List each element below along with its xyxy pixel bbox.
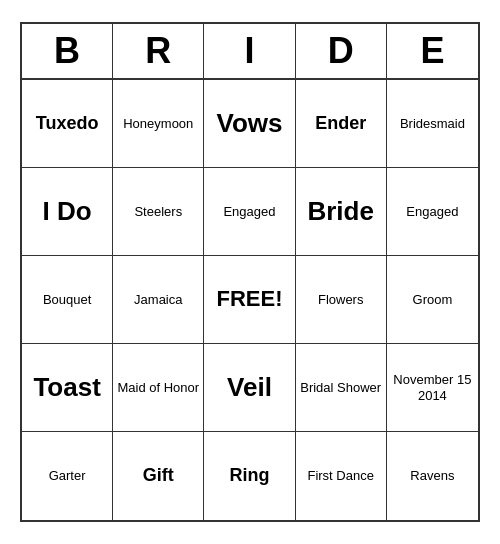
cell-9: Engaged [387,168,478,256]
cell-text-5: I Do [43,196,92,227]
cell-text-4: Bridesmaid [400,116,465,132]
cell-0: Tuxedo [22,80,113,168]
cell-text-16: Maid of Honor [117,380,199,396]
header-letter-D: D [296,24,387,78]
cell-16: Maid of Honor [113,344,204,432]
cell-text-20: Garter [49,468,86,484]
cell-text-14: Groom [413,292,453,308]
cell-21: Gift [113,432,204,520]
cell-20: Garter [22,432,113,520]
cell-14: Groom [387,256,478,344]
cell-4: Bridesmaid [387,80,478,168]
cell-text-15: Toast [33,372,100,403]
cell-8: Bride [296,168,387,256]
cell-text-21: Gift [143,465,174,487]
cell-text-23: First Dance [307,468,373,484]
cell-1: Honeymoon [113,80,204,168]
cell-11: Jamaica [113,256,204,344]
cell-text-19: November 15 2014 [391,372,474,403]
cell-23: First Dance [296,432,387,520]
cell-5: I Do [22,168,113,256]
cell-text-17: Veil [227,372,272,403]
header-letter-R: R [113,24,204,78]
cell-7: Engaged [204,168,295,256]
cell-17: Veil [204,344,295,432]
cell-22: Ring [204,432,295,520]
cell-text-0: Tuxedo [36,113,99,135]
cell-text-12: FREE! [216,286,282,312]
bingo-card: BRIDE TuxedoHoneymoonVowsEnderBridesmaid… [20,22,480,522]
cell-24: Ravens [387,432,478,520]
header-letter-I: I [204,24,295,78]
cell-text-9: Engaged [406,204,458,220]
cell-13: Flowers [296,256,387,344]
header-letter-B: B [22,24,113,78]
bingo-grid: TuxedoHoneymoonVowsEnderBridesmaidI DoSt… [22,80,478,520]
cell-text-6: Steelers [134,204,182,220]
cell-text-8: Bride [307,196,373,227]
cell-text-24: Ravens [410,468,454,484]
cell-text-13: Flowers [318,292,364,308]
cell-text-11: Jamaica [134,292,182,308]
header-letter-E: E [387,24,478,78]
bingo-header: BRIDE [22,24,478,80]
cell-text-18: Bridal Shower [300,380,381,396]
cell-18: Bridal Shower [296,344,387,432]
cell-12: FREE! [204,256,295,344]
cell-text-10: Bouquet [43,292,91,308]
cell-6: Steelers [113,168,204,256]
cell-3: Ender [296,80,387,168]
cell-text-22: Ring [229,465,269,487]
cell-15: Toast [22,344,113,432]
cell-text-3: Ender [315,113,366,135]
cell-19: November 15 2014 [387,344,478,432]
cell-10: Bouquet [22,256,113,344]
cell-text-7: Engaged [223,204,275,220]
cell-2: Vows [204,80,295,168]
cell-text-1: Honeymoon [123,116,193,132]
cell-text-2: Vows [217,108,283,139]
